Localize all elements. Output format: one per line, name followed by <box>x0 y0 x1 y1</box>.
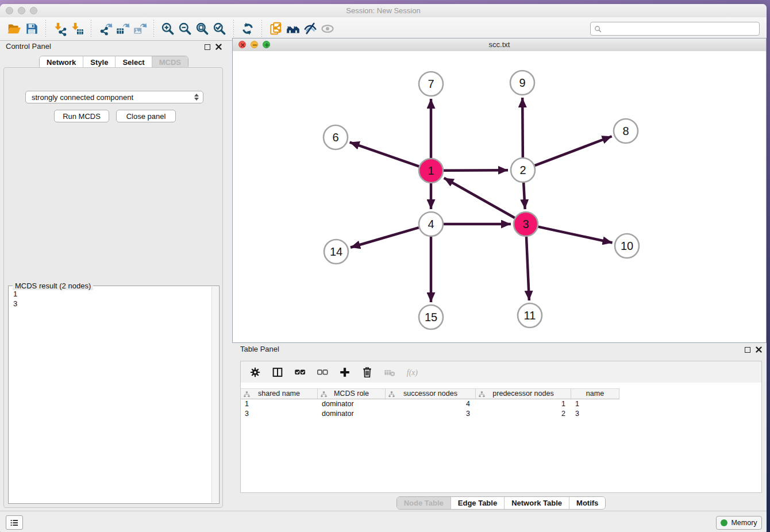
toolbar-separator <box>153 20 154 37</box>
search-input[interactable] <box>602 23 759 34</box>
column-label: predecessor nodes <box>492 390 553 398</box>
cell-MCDS-role[interactable]: dominator <box>318 409 386 419</box>
save-icon[interactable] <box>23 20 40 37</box>
export-table-icon[interactable] <box>114 20 131 37</box>
delete-column-icon[interactable] <box>360 365 375 380</box>
search-box[interactable] <box>590 22 760 36</box>
edge-1-6[interactable] <box>350 142 419 167</box>
result-scrollbar[interactable] <box>211 287 218 503</box>
tab-network[interactable]: Network <box>40 56 83 68</box>
new-network-view-icon[interactable] <box>267 20 284 37</box>
eye-gray-icon <box>319 20 336 37</box>
chevron-updown-icon <box>194 94 199 101</box>
edge-3-1[interactable] <box>444 178 515 218</box>
close-table-panel-icon[interactable] <box>756 345 762 355</box>
cytoscape-window: Session: New Session Control Panel <box>0 4 767 532</box>
cell-successor-nodes[interactable]: 4 <box>386 399 476 409</box>
homes-icon[interactable] <box>284 20 302 37</box>
column-header-shared-name[interactable]: shared name <box>241 388 318 399</box>
tab-motifs[interactable]: Motifs <box>569 497 605 509</box>
edge-3-10[interactable] <box>538 227 613 243</box>
import-table-icon[interactable] <box>68 20 86 37</box>
table-row-2[interactable]: 3dominator323 <box>241 409 619 419</box>
import-network-icon[interactable] <box>51 20 68 37</box>
cell-name[interactable]: 3 <box>571 409 619 419</box>
select-all-checked-icon[interactable] <box>292 365 307 380</box>
column-header-name[interactable]: name <box>571 388 619 399</box>
mcds-result-title: MCDS result (2 nodes) <box>13 282 93 290</box>
edge-3-11[interactable] <box>526 237 529 300</box>
column-label: name <box>586 390 604 398</box>
export-image-icon[interactable] <box>131 20 148 37</box>
deselect-all-icon[interactable] <box>315 365 330 380</box>
cell-shared-name[interactable]: 3 <box>241 409 318 419</box>
float-table-panel-icon[interactable] <box>745 347 750 353</box>
search-icon <box>594 25 602 33</box>
cell-name[interactable]: 1 <box>571 399 619 409</box>
status-bar: Memory <box>0 511 767 532</box>
zoom-fit-icon[interactable] <box>194 20 211 37</box>
memory-button[interactable]: Memory <box>716 516 762 530</box>
tab-network-table[interactable]: Network Table <box>504 497 569 509</box>
column-header-predecessor-nodes[interactable]: predecessor nodes <box>476 388 571 399</box>
zoom-in-icon[interactable] <box>159 20 176 37</box>
tab-edge-table[interactable]: Edge Table <box>451 497 504 509</box>
network-view-window: scc.txt 7968124314101511 <box>232 38 767 343</box>
table-toolbar: f(x) <box>241 361 761 383</box>
column-header-successor-nodes[interactable]: successor nodes <box>386 388 476 399</box>
edge-1-2[interactable] <box>444 170 508 171</box>
column-header-MCDS-role[interactable]: MCDS role <box>318 388 386 399</box>
network-canvas[interactable]: 7968124314101511 <box>233 51 766 342</box>
task-history-button[interactable] <box>6 515 23 530</box>
network-graph[interactable]: 7968124314101511 <box>233 51 766 342</box>
tab-node-table[interactable]: Node Table <box>397 497 451 509</box>
table-tabbar: Node TableEdge TableNetwork TableMotifs <box>240 496 762 510</box>
optimization-select[interactable]: strongly connected component <box>25 91 203 103</box>
cell-predecessor-nodes[interactable]: 2 <box>476 409 571 419</box>
edge-4-14[interactable] <box>351 228 419 248</box>
node-label-10: 10 <box>621 240 633 252</box>
edge-2-3[interactable] <box>523 183 525 209</box>
cell-MCDS-role[interactable]: dominator <box>318 399 386 409</box>
cell-successor-nodes[interactable]: 3 <box>386 409 476 419</box>
control-panel-title: Control Panel <box>6 42 51 51</box>
column-label: shared name <box>258 390 300 398</box>
node-label-14: 14 <box>330 245 342 258</box>
tab-select[interactable]: Select <box>115 56 151 68</box>
cell-predecessor-nodes[interactable]: 1 <box>476 399 571 409</box>
table-panel-controls <box>745 345 762 355</box>
delete-table-icon <box>382 365 397 380</box>
close-panel-button[interactable]: Close panel <box>116 110 176 122</box>
float-panel-icon[interactable] <box>205 44 210 50</box>
eye-slash-icon[interactable] <box>302 20 319 37</box>
edge-2-9[interactable] <box>522 98 523 157</box>
zoom-out-icon[interactable] <box>176 20 194 37</box>
split-columns-icon[interactable] <box>270 365 285 380</box>
open-folder-icon[interactable] <box>6 20 23 37</box>
gear-icon[interactable] <box>248 365 263 380</box>
add-column-icon[interactable] <box>337 365 352 380</box>
tab-mcds[interactable]: MCDS <box>152 56 188 68</box>
network-window-titlebar[interactable]: scc.txt <box>233 38 766 52</box>
window-titlebar[interactable]: Session: New Session <box>0 4 767 18</box>
network-title: scc.txt <box>233 40 766 49</box>
close-panel-icon[interactable] <box>215 42 222 52</box>
memory-status-dot <box>721 519 727 526</box>
tab-style[interactable]: Style <box>83 56 115 68</box>
refresh-icon[interactable] <box>239 20 256 37</box>
zoom-selected-icon[interactable] <box>211 20 228 37</box>
table-row-1[interactable]: 1dominator411 <box>241 399 619 409</box>
node-table-container: f(x) shared name MCDS role successor nod… <box>240 361 762 493</box>
toolbar-separator <box>233 20 234 37</box>
edge-2-8[interactable] <box>535 136 612 165</box>
toolbar-separator <box>261 20 262 37</box>
table-header-row: shared name MCDS role successor nodes pr… <box>241 388 619 399</box>
run-mcds-button[interactable]: Run MCDS <box>54 110 109 122</box>
list-icon <box>9 518 20 528</box>
optimization-select-value: strongly connected component <box>32 93 133 102</box>
export-network-icon[interactable] <box>97 20 114 37</box>
node-label-1: 1 <box>428 164 434 177</box>
node-label-11: 11 <box>524 309 536 322</box>
cell-shared-name[interactable]: 1 <box>241 399 318 409</box>
svg-text:f(x): f(x) <box>407 368 418 377</box>
